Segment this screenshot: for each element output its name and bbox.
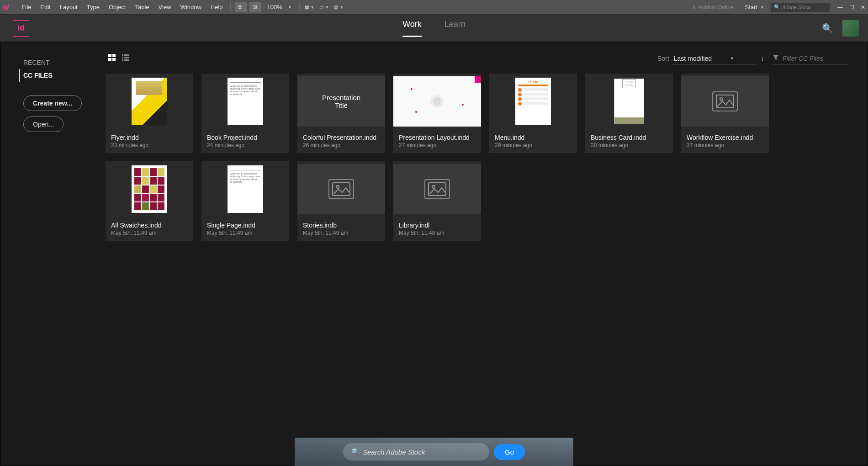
- file-time: 23 minutes ago: [111, 142, 188, 148]
- thumbnail-presentation-layout: [393, 76, 481, 127]
- file-name: Flyer.indd: [111, 134, 188, 141]
- grid-view-button[interactable]: [108, 54, 116, 63]
- stock-go-button[interactable]: Go: [494, 444, 525, 460]
- thumbnail: YOUR NAME: [585, 74, 673, 129]
- adobe-stock-banner: 🔍 Search Adobe Stock Go: [295, 438, 573, 466]
- file-meta: Presentation Layout.indd27 minutes ago: [393, 129, 481, 153]
- tab-work[interactable]: Work: [402, 20, 422, 37]
- file-card[interactable]: YOUR NAMEBusiness Card.indd30 minutes ag…: [585, 74, 673, 153]
- thumbnail: [106, 161, 193, 217]
- file-card[interactable]: All Swatches.inddMay 5th, 11:49 am: [106, 161, 193, 241]
- file-name: Menu.indd: [495, 134, 572, 141]
- sort-direction-button[interactable]: ↓: [761, 54, 764, 63]
- minimize-button[interactable]: —: [837, 4, 843, 11]
- close-button[interactable]: ✕: [861, 4, 865, 11]
- file-meta: Library.indlMay 5th, 11:48 am: [393, 217, 481, 241]
- filter-field[interactable]: [772, 53, 849, 64]
- svg-rect-3: [112, 58, 116, 61]
- menu-view[interactable]: View: [154, 4, 176, 11]
- menu-help[interactable]: Help: [206, 4, 228, 11]
- sort-dropdown[interactable]: Last modified ▼: [673, 53, 757, 64]
- search-icon[interactable]: 🔍: [822, 23, 833, 34]
- menu-file[interactable]: File: [17, 4, 36, 11]
- svg-rect-2: [108, 58, 111, 61]
- svg-rect-0: [108, 54, 111, 57]
- stock-placeholder: Adobe Stock: [782, 5, 810, 10]
- file-card[interactable]: Lorem ipsum dolor sit amet adipiscing. L…: [201, 74, 289, 153]
- sort-label: Sort: [657, 55, 669, 62]
- publish-online-button[interactable]: ⇪ Publish Online: [687, 2, 738, 12]
- menu-window[interactable]: Window: [176, 4, 206, 11]
- file-name: Business Card.indd: [591, 134, 667, 141]
- chevron-down-icon: ▼: [288, 5, 292, 10]
- workspace-switcher[interactable]: Start ▼: [741, 2, 768, 12]
- file-time: 30 minutes ago: [591, 142, 667, 148]
- thumbnail-document: Lorem ipsum dolor sit amet adipiscing. L…: [228, 78, 263, 125]
- thumbnail-business-card: YOUR NAME: [614, 79, 644, 124]
- menubar: Id File Edit Layout Type Object Table Vi…: [0, 0, 868, 15]
- file-card[interactable]: Lorem ipsum dolor sit amet adipiscing. L…: [201, 161, 289, 241]
- sidebar-item-ccfiles[interactable]: CC FILES: [19, 69, 106, 82]
- svg-rect-1: [112, 54, 116, 57]
- file-meta: Menu.indd29 minutes ago: [489, 129, 577, 153]
- chevron-down-icon: ▼: [730, 56, 734, 61]
- thumbnail-swatches: [132, 165, 167, 213]
- thumbnail-flyer: [132, 78, 167, 125]
- menu-table[interactable]: Table: [131, 4, 154, 11]
- file-time: May 5th, 11:49 am: [207, 230, 284, 236]
- file-time: May 5th, 11:49 am: [303, 230, 380, 236]
- stock-icon[interactable]: St: [249, 2, 261, 12]
- file-name: Presentation Layout.indd: [399, 134, 476, 141]
- file-card[interactable]: FridayMenu.indd29 minutes ago: [489, 74, 577, 153]
- file-meta: Workflow Exercise.indd37 minutes ago: [681, 129, 769, 153]
- menu-object[interactable]: Object: [104, 4, 131, 11]
- tab-learn[interactable]: Learn: [445, 20, 466, 37]
- main-panel: Sort Last modified ▼ ↓ Flyer.indd23 minu…: [106, 42, 868, 466]
- thumbnail-presentation: PresentationTitle: [297, 76, 385, 127]
- view-options-icon[interactable]: ▦▼: [304, 2, 316, 12]
- list-view-button[interactable]: [122, 54, 129, 63]
- open-button[interactable]: Open...: [23, 116, 64, 132]
- thumbnail: [393, 161, 481, 217]
- file-time: 27 minutes ago: [399, 142, 476, 148]
- svg-rect-8: [122, 59, 123, 61]
- thumbnail-menu: Friday: [515, 78, 551, 125]
- file-card[interactable]: Flyer.indd23 minutes ago: [106, 74, 193, 153]
- filter-input[interactable]: [783, 55, 848, 62]
- svg-point-11: [720, 98, 723, 101]
- stock-banner-search[interactable]: 🔍 Search Adobe Stock: [343, 443, 489, 461]
- thumbnail: [106, 74, 193, 129]
- search-icon: 🔍: [774, 4, 780, 10]
- file-grid: Flyer.indd23 minutes agoLorem ipsum dolo…: [106, 74, 849, 241]
- menu-layout[interactable]: Layout: [55, 4, 82, 11]
- maximize-button[interactable]: ☐: [849, 4, 854, 11]
- content-area: RECENT CC FILES Create new... Open... So…: [0, 42, 868, 466]
- file-card[interactable]: Library.indlMay 5th, 11:48 am: [393, 161, 481, 241]
- file-card[interactable]: Stories.indbMay 5th, 11:49 am: [297, 161, 385, 241]
- zoom-value: 100%: [267, 4, 282, 11]
- adobe-stock-search[interactable]: 🔍 Adobe Stock: [771, 2, 830, 12]
- file-card[interactable]: Presentation Layout.indd27 minutes ago: [393, 74, 481, 153]
- menu-edit[interactable]: Edit: [36, 4, 55, 11]
- arrange-icon[interactable]: ▤▼: [333, 2, 345, 12]
- upload-icon: ⇪: [692, 4, 696, 11]
- sidebar-item-recent[interactable]: RECENT: [23, 56, 106, 69]
- file-card[interactable]: PresentationTitleColorful Presentation.i…: [297, 74, 385, 153]
- file-name: Book Project.indd: [207, 134, 284, 141]
- divider: [230, 3, 231, 11]
- user-avatar[interactable]: [842, 20, 859, 37]
- svg-rect-5: [124, 54, 129, 56]
- file-card[interactable]: Workflow Exercise.indd37 minutes ago: [681, 74, 769, 153]
- file-name: Single Page.indd: [207, 222, 284, 229]
- create-new-button[interactable]: Create new...: [23, 95, 82, 111]
- svg-rect-7: [124, 57, 129, 58]
- svg-point-15: [432, 185, 435, 188]
- screen-mode-icon[interactable]: ▭▼: [318, 2, 330, 12]
- file-name: Workflow Exercise.indd: [687, 134, 763, 141]
- thumbnail-document: Lorem ipsum dolor sit amet adipiscing. L…: [228, 165, 263, 213]
- menu-type[interactable]: Type: [82, 4, 104, 11]
- file-meta: Business Card.indd30 minutes ago: [585, 129, 673, 153]
- zoom-dropdown[interactable]: 100% ▼: [267, 4, 292, 11]
- bridge-icon[interactable]: Br: [235, 2, 247, 12]
- file-name: Colorful Presentation.indd: [303, 134, 380, 141]
